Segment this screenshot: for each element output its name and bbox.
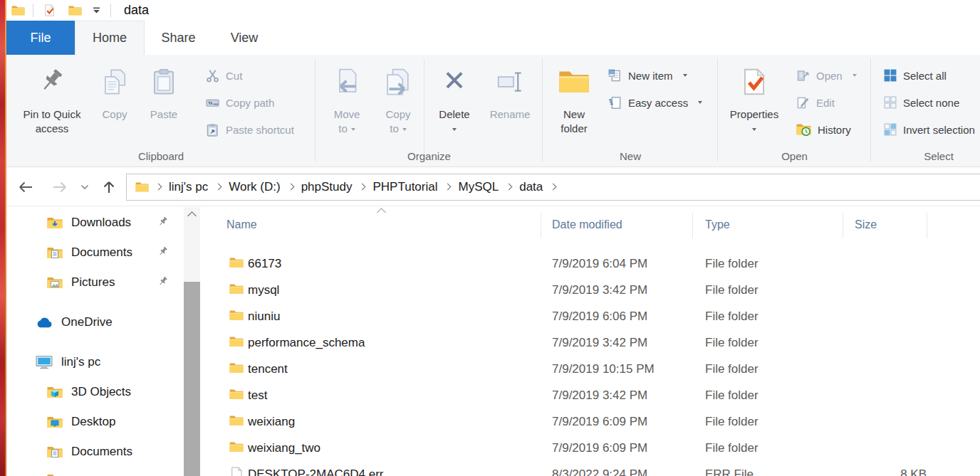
file-row[interactable]: 66173 7/9/2019 6:04 PM File folder [207, 251, 980, 277]
scroll-up-icon[interactable] [187, 211, 197, 221]
sidebar-item-documents[interactable]: Documents [47, 242, 132, 263]
file-name[interactable]: test [248, 388, 267, 403]
tab-share[interactable]: Share [145, 21, 212, 55]
sidebar-item-documents-pc[interactable]: Documents [47, 441, 132, 462]
tab-home[interactable]: Home [75, 21, 145, 55]
edit-button[interactable]: Edit [796, 89, 857, 116]
sidebar-item-this-pc[interactable]: linj's pc [36, 351, 100, 373]
pin-to-quick-access-button[interactable]: Pin to Quickaccess [12, 55, 92, 136]
forward-button[interactable] [52, 181, 68, 194]
file-row[interactable]: performance_schema 7/9/2019 3:42 PM File… [207, 330, 980, 356]
scissors-icon [206, 69, 219, 83]
file-row[interactable]: weixiang 7/9/2019 6:09 PM File folder [207, 409, 980, 435]
column-separator[interactable] [843, 213, 843, 238]
history-button[interactable]: History [796, 116, 857, 143]
recent-locations-button[interactable] [80, 184, 89, 190]
tab-view[interactable]: View [212, 21, 276, 55]
sidebar-item-pictures[interactable]: Pictures [47, 272, 115, 293]
file-name[interactable]: mysql [248, 283, 279, 297]
column-header-size[interactable]: Size [855, 218, 877, 231]
sidebar-item-downloads[interactable]: Downloads [47, 212, 131, 233]
file-row[interactable]: DESKTOP-2MAC6D4.err 8/3/2022 9:24 PM ERR… [207, 462, 980, 476]
breadcrumb-item[interactable]: linj's pc [163, 180, 214, 194]
documents-folder-icon [47, 246, 63, 259]
file-name[interactable]: performance_schema [248, 336, 365, 350]
folder-icon [229, 362, 244, 374]
rename-icon [496, 68, 524, 96]
breadcrumb-chevron-icon [215, 184, 222, 191]
open-group-label: Open [718, 150, 871, 162]
file-name[interactable]: weixiang [248, 415, 295, 429]
column-separator[interactable] [541, 213, 541, 238]
sidebar-item-label: 3D Objects [71, 385, 131, 399]
new-item-button[interactable]: New item [608, 62, 702, 89]
select-none-button[interactable]: Select none [884, 89, 975, 116]
breadcrumb-item[interactable]: Work (D:) [223, 180, 286, 194]
file-name[interactable]: tencent [248, 362, 288, 376]
file-name[interactable]: niuniu [248, 310, 280, 324]
rename-button[interactable]: Rename [481, 55, 538, 122]
breadcrumb-item-current[interactable]: data [514, 180, 548, 194]
sidebar-scrollbar[interactable] [184, 207, 200, 476]
file-date: 7/9/2019 6:04 PM [552, 257, 647, 271]
ribbon-group-organize: Moveto Copyto Delete Rename Organize [316, 55, 543, 166]
column-header-name[interactable]: Name [226, 218, 257, 231]
file-date: 7/9/2019 6:09 PM [552, 415, 647, 429]
easy-access-button[interactable]: Easy access [608, 89, 702, 116]
file-row[interactable]: test 7/9/2019 3:42 PM File folder [207, 383, 980, 409]
file-row[interactable]: weixiang_two 7/9/2019 6:09 PM File folde… [207, 435, 980, 462]
up-button[interactable] [102, 180, 116, 194]
paste-button[interactable]: Paste [140, 55, 187, 122]
qat-properties-button[interactable] [41, 2, 58, 19]
move-to-button[interactable]: Moveto [324, 55, 370, 136]
file-type: File folder [705, 362, 759, 376]
sidebar-item-3d-objects[interactable]: 3D Objects [47, 381, 131, 403]
file-row[interactable]: tencent 7/9/2019 10:15 PM File folder [207, 356, 980, 383]
column-header-date-modified[interactable]: Date modified [552, 218, 622, 231]
onedrive-cloud-icon [36, 317, 53, 328]
breadcrumb-item[interactable]: MySQL [452, 180, 504, 194]
paste-shortcut-icon [206, 123, 219, 137]
desktop-folder-icon [47, 416, 63, 428]
copy-path-button[interactable]: Copy path [206, 89, 294, 116]
file-row[interactable]: niuniu 7/9/2019 6:06 PM File folder [207, 304, 980, 330]
desktop-wallpaper-strip [0, 0, 6, 476]
move-to-icon [333, 68, 361, 96]
paste-shortcut-button[interactable]: Paste shortcut [206, 116, 294, 143]
column-separator[interactable] [692, 213, 693, 238]
copy-button[interactable]: Copy [92, 55, 137, 122]
sidebar-item-partial[interactable] [47, 469, 63, 476]
column-separator[interactable] [927, 213, 927, 238]
invert-selection-button[interactable]: Invert selection [884, 116, 975, 143]
navigation-pane: Downloads Documents Pictures OneDrive li… [6, 207, 207, 476]
sidebar-item-desktop[interactable]: Desktop [47, 411, 115, 433]
scrollbar-thumb[interactable] [184, 282, 200, 476]
delete-button[interactable]: Delete [427, 55, 481, 136]
file-type: File folder [705, 441, 759, 455]
address-bar[interactable]: linj's pc Work (D:) phpStudy PHPTutorial… [126, 174, 980, 201]
sidebar-item-onedrive[interactable]: OneDrive [36, 312, 113, 333]
breadcrumb-item[interactable]: phpStudy [296, 180, 358, 194]
file-name[interactable]: DESKTOP-2MAC6D4.err [248, 467, 384, 476]
file-list: Name Date modified Type Size 66173 7/9/2… [207, 207, 980, 476]
folder-icon [229, 257, 244, 269]
pin-icon [157, 276, 169, 287]
copy-to-button[interactable]: Copyto [375, 55, 421, 136]
recent-locations-chevron-icon [80, 184, 89, 190]
new-folder-icon [558, 69, 590, 95]
back-button[interactable] [18, 181, 33, 194]
tab-file[interactable]: File [6, 21, 75, 55]
documents-folder-icon [47, 445, 63, 458]
file-row[interactable]: mysql 7/9/2019 3:42 PM File folder [207, 277, 980, 304]
cut-button[interactable]: Cut [206, 62, 294, 89]
new-folder-button[interactable]: Newfolder [548, 55, 600, 136]
file-name[interactable]: weixiang_two [248, 441, 320, 455]
qat-new-folder-button[interactable] [66, 2, 84, 19]
select-all-button[interactable]: Select all [884, 62, 975, 89]
open-button[interactable]: Open [796, 62, 857, 89]
qat-customize-button[interactable] [90, 2, 103, 19]
properties-button[interactable]: Properties [724, 55, 785, 136]
column-header-type[interactable]: Type [705, 218, 730, 231]
file-name[interactable]: 66173 [248, 257, 281, 271]
breadcrumb-item[interactable]: PHPTutorial [367, 180, 443, 194]
